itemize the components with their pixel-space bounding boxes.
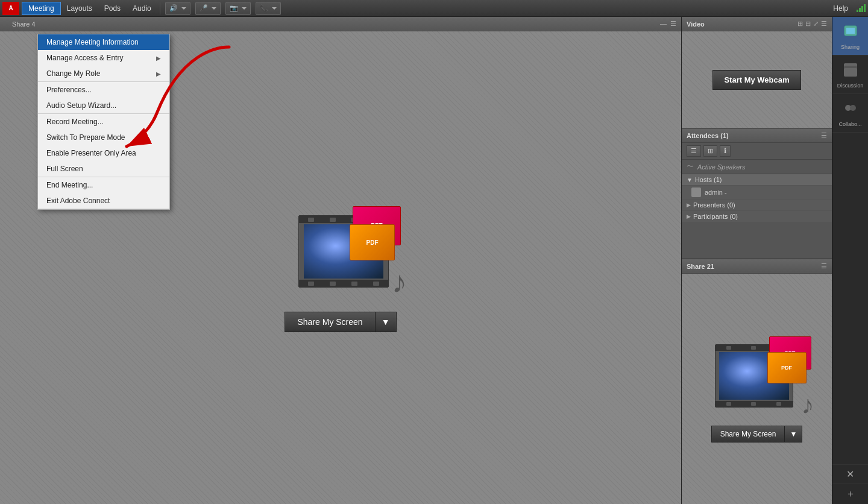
share21-pod-title: Share 21 — [687, 263, 821, 270]
dropdown-full-screen[interactable]: Full Screen — [38, 161, 169, 177]
attendees-toolbar: ☰ ⊞ ℹ — [682, 143, 832, 160]
video-expand-icon[interactable]: ⤢ — [813, 20, 819, 28]
share21-pod-icons: ☰ — [821, 262, 827, 270]
attendee-admin: admin - — [682, 186, 832, 200]
settings-icon: ✕ — [846, 468, 854, 480]
share-screen-button[interactable]: Share My Screen — [285, 312, 374, 332]
speaker-dropdown-arrow — [180, 7, 186, 10]
share21-btn-group: Share My Screen ▼ — [711, 426, 803, 443]
admin-avatar — [691, 187, 701, 197]
attendees-pod-icons: ☰ — [821, 131, 827, 139]
speaker-toolbar[interactable]: 🔊 — [165, 2, 190, 15]
attendees-menu-icon[interactable]: ☰ — [821, 131, 827, 139]
participants-arrow-icon: ▶ — [687, 213, 691, 219]
dropdown-end-meeting[interactable]: End Meeting... — [38, 177, 169, 193]
hosts-label: Hosts (1) — [695, 176, 722, 183]
attendees-spacer — [682, 222, 832, 259]
add-icon: ＋ — [846, 488, 855, 500]
start-webcam-button[interactable]: Start My Webcam — [712, 70, 800, 90]
share-tab[interactable]: Share 4 — [5, 19, 43, 29]
tab-menu-icon[interactable]: ☰ — [670, 20, 676, 28]
collabo-icon — [842, 99, 859, 119]
share-screen-dropdown[interactable]: ▼ — [375, 312, 397, 332]
menu-layouts[interactable]: Layouts — [61, 2, 98, 15]
fr-bottom-icon-1[interactable]: ✕ — [832, 464, 868, 484]
presenters-group[interactable]: ▶ Presenters (0) — [682, 200, 832, 211]
menu-bar: A Meeting Layouts Pods Audio 🔊 🎤 📷 📞 Hel… — [0, 0, 868, 17]
hosts-group-header[interactable]: ▼ Hosts (1) — [682, 174, 832, 186]
discussion-icon — [842, 61, 859, 81]
dropdown-section-4: End Meeting... Exit Adobe Connect — [38, 177, 169, 209]
svg-rect-3 — [846, 28, 855, 34]
mic-dropdown-arrow — [210, 7, 216, 10]
share21-icon: PPT PDF ♪ — [703, 335, 811, 420]
video-pod-header: Video ⊞ ⊟ ⤢ ☰ — [682, 17, 832, 31]
sharing-icon — [842, 22, 859, 42]
video-menu-icon[interactable]: ☰ — [821, 20, 827, 28]
sidebar-item-discussion[interactable]: Discussion — [832, 55, 868, 94]
share21-menu-icon[interactable]: ☰ — [821, 262, 827, 270]
share21-screen-button[interactable]: Share My Screen — [711, 426, 785, 443]
dropdown-record[interactable]: Record Meeting... — [38, 114, 169, 130]
mic-icon: 🎤 — [200, 4, 208, 12]
main-layout: Share 4 — ☰ — [0, 17, 868, 504]
music-note-icon: ♪ — [392, 265, 407, 300]
dropdown-audio-setup[interactable]: Audio Setup Wizard... — [38, 98, 169, 113]
admin-name: admin - — [705, 189, 727, 196]
cam-toolbar[interactable]: 📷 — [225, 2, 251, 15]
video-grid-icon-1[interactable]: ⊞ — [797, 20, 803, 28]
phone-toolbar[interactable]: 📞 — [256, 2, 281, 15]
dropdown-manage-info[interactable]: Manage Meeting Information — [38, 34, 169, 50]
mic-toolbar[interactable]: 🎤 — [195, 2, 221, 15]
sidebar-item-sharing[interactable]: Sharing — [832, 17, 868, 55]
hosts-arrow-icon: ▼ — [687, 177, 693, 183]
tab-minimize-icon[interactable]: — — [660, 20, 667, 28]
dropdown-change-role[interactable]: Change My Role ▶ — [38, 66, 169, 81]
share21-pod-header: Share 21 ☰ — [682, 259, 832, 274]
svg-rect-6 — [844, 68, 857, 77]
participants-label: Participants (0) — [693, 213, 738, 220]
help-button[interactable]: Help — [827, 4, 854, 13]
share21-content: PPT PDF ♪ Share My Screen ▼ — [682, 274, 832, 504]
adobe-logo: A — [2, 2, 19, 15]
attendees-pod-title: Attendees (1) — [687, 132, 821, 139]
share-btn-group: Share My Screen ▼ — [285, 312, 396, 332]
dropdown-section-1: Manage Meeting Information Manage Access… — [38, 34, 169, 82]
sidebar-item-collabo[interactable]: Collabo... — [832, 94, 868, 133]
dropdown-switch-prepare[interactable]: Switch To Prepare Mode — [38, 130, 169, 145]
dropdown-enable-presenter[interactable]: Enable Presenter Only Area — [38, 145, 169, 161]
phone-icon: 📞 — [260, 4, 268, 12]
speaker-icon: 🔊 — [169, 4, 178, 12]
submenu-arrow-access: ▶ — [156, 55, 161, 61]
speaker-wave-icon: 〜 — [687, 162, 694, 172]
presenters-label: Presenters (0) — [693, 201, 735, 209]
attendees-pod-header: Attendees (1) ☰ — [682, 128, 832, 143]
video-grid-icon-2[interactable]: ⊟ — [805, 20, 811, 28]
video-pod-title: Video — [687, 20, 797, 28]
active-speakers-label: Active Speakers — [697, 163, 745, 171]
fr-bottom-icon-2[interactable]: ＋ — [832, 484, 868, 504]
meeting-dropdown: Manage Meeting Information Manage Access… — [37, 34, 170, 210]
menu-pods[interactable]: Pods — [98, 2, 127, 15]
attendees-grid-btn[interactable]: ⊞ — [703, 145, 717, 157]
share-tab-bar: Share 4 — ☰ — [0, 17, 681, 31]
share21-screen-dropdown[interactable]: ▼ — [784, 426, 802, 443]
svg-point-1 — [694, 189, 698, 193]
video-pod-icons: ⊞ ⊟ ⤢ ☰ — [797, 20, 827, 28]
menu-audio[interactable]: Audio — [127, 2, 157, 15]
cam-icon: 📷 — [230, 4, 238, 12]
dropdown-exit[interactable]: Exit Adobe Connect — [38, 193, 169, 209]
phone-dropdown-arrow — [271, 7, 277, 10]
cam-dropdown-arrow — [241, 7, 247, 10]
dropdown-manage-access[interactable]: Manage Access & Entry ▶ — [38, 50, 169, 66]
menu-meeting[interactable]: Meeting — [22, 2, 61, 15]
main-area: Share 4 — ☰ — [0, 17, 681, 504]
discussion-label: Discussion — [837, 83, 864, 89]
dropdown-preferences[interactable]: Preferences... — [38, 82, 169, 98]
right-panel: Video ⊞ ⊟ ⤢ ☰ Start My Webcam Attendees … — [681, 17, 832, 504]
participants-group[interactable]: ▶ Participants (0) — [682, 211, 832, 222]
signal-icon — [857, 4, 866, 12]
attendees-list-btn[interactable]: ☰ — [687, 145, 701, 157]
attendees-info-btn[interactable]: ℹ — [720, 145, 731, 157]
dropdown-section-3: Record Meeting... Switch To Prepare Mode… — [38, 114, 169, 177]
